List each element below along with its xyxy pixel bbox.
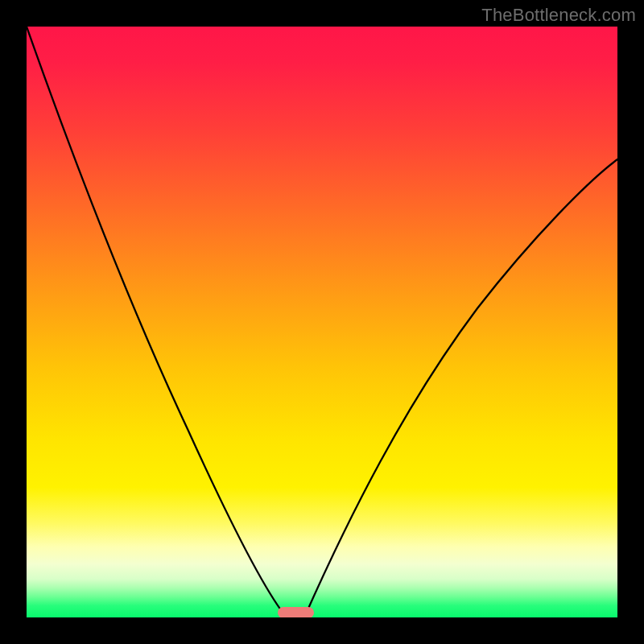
optimal-marker bbox=[278, 607, 314, 617]
plot-area bbox=[27, 27, 617, 617]
gradient-background bbox=[27, 27, 617, 617]
chart-frame: TheBottleneck.com bbox=[0, 0, 644, 644]
watermark-text: TheBottleneck.com bbox=[481, 5, 636, 26]
